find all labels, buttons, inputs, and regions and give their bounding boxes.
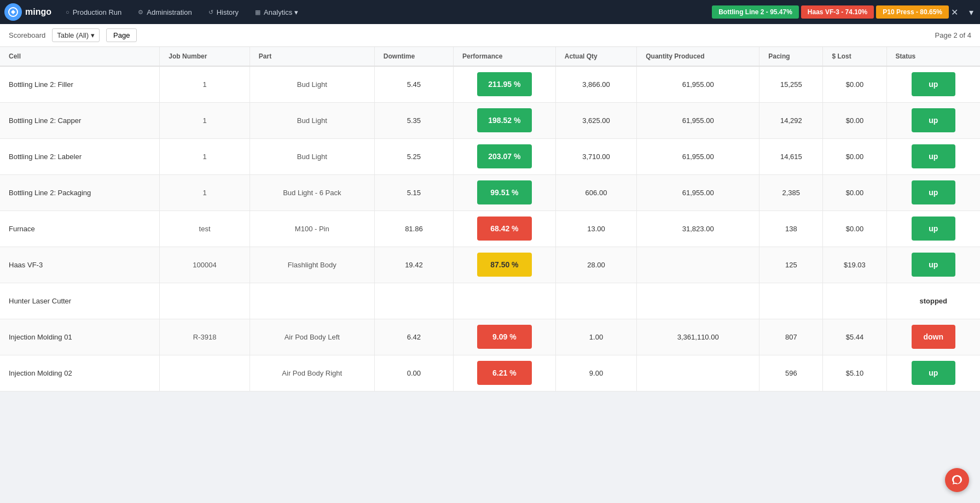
table-row[interactable]: Haas VF-3 100004 Flashlight Body 19.42 8… [0,247,980,283]
administration-icon: ⚙ [138,9,143,16]
cell-job-number: R-3918 [160,319,250,355]
nav-history-label: History [217,8,239,16]
cell-pacing: 15,255 [759,66,823,102]
table-header: Cell Job Number Part Downtime Performanc… [0,47,980,66]
cell-qty-produced [637,247,759,283]
cell-performance: 6.21 % [454,355,556,391]
cell-actual-qty: 9.00 [555,355,636,391]
cell-performance [454,283,556,319]
col-header-part: Part [250,47,374,66]
close-icon[interactable]: ✕ [949,5,960,20]
cell-actual-qty: 3,866.00 [555,66,636,102]
table-row[interactable]: Bottling Line 2: Labeler 1 Bud Light 5.2… [0,138,980,174]
cell-part: Bud Light [250,138,374,174]
nav-administration-label: Administration [147,8,192,16]
table-row[interactable]: Bottling Line 2: Capper 1 Bud Light 5.35… [0,102,980,138]
cell-name: Bottling Line 2: Filler [0,66,160,102]
table-select[interactable]: Table (All) ▾ [52,28,100,42]
col-header-job-number: Job Number [160,47,250,66]
cell-part: M100 - Pin [250,210,374,247]
cell-performance: 99.51 % [454,174,556,210]
cell-dollar-lost: $0.00 [823,138,886,174]
table-row[interactable]: Bottling Line 2: Packaging 1 Bud Light -… [0,174,980,210]
table-row[interactable]: Furnace test M100 - Pin 81.86 68.42 % 13… [0,210,980,247]
haas-vf3-status-pill[interactable]: Haas VF-3 - 74.10% [801,5,874,19]
cell-downtime [374,283,453,319]
cell-part: Bud Light [250,102,374,138]
cell-part: Flashlight Body [250,247,374,283]
scoreboard-table-container: Cell Job Number Part Downtime Performanc… [0,47,980,391]
nav-production-run[interactable]: ○ Production Run [58,5,129,20]
cell-qty-produced: 61,955.00 [637,174,759,210]
cell-part: Bud Light - 6 Pack [250,174,374,210]
cell-name: Bottling Line 2: Capper [0,102,160,138]
cell-downtime: 5.15 [374,174,453,210]
col-header-cell: Cell [0,47,160,66]
page-button[interactable]: Page [106,28,137,42]
bottling-line-status-pill[interactable]: Bottling Line 2 - 95.47% [712,5,799,19]
cell-actual-qty: 3,625.00 [555,102,636,138]
cell-name: Hunter Laser Cutter [0,283,160,319]
cell-status: down [886,319,980,355]
cell-downtime: 19.42 [374,247,453,283]
cell-job-number: 100004 [160,247,250,283]
p10-press-status-pill[interactable]: P10 Press - 80.65% [876,5,949,19]
logo-icon [4,3,22,21]
cell-qty-produced [637,355,759,391]
cell-status: up [886,174,980,210]
nav-history[interactable]: ↺ History [201,5,246,20]
cell-pacing: 125 [759,247,823,283]
cell-pacing: 807 [759,319,823,355]
cell-downtime: 6.42 [374,319,453,355]
cell-job-number: 1 [160,174,250,210]
cell-downtime: 0.00 [374,355,453,391]
cell-qty-produced: 3,361,110.00 [637,319,759,355]
cell-actual-qty: 606.00 [555,174,636,210]
cell-qty-produced: 31,823.00 [637,210,759,247]
app-name: mingo [25,7,51,17]
cell-qty-produced: 61,955.00 [637,66,759,102]
nav-analytics[interactable]: ▦ Analytics ▾ [247,5,306,20]
cell-name: Haas VF-3 [0,247,160,283]
cell-part: Air Pod Body Left [250,319,374,355]
cell-status: up [886,102,980,138]
analytics-icon: ▦ [255,9,260,16]
scoreboard-table: Cell Job Number Part Downtime Performanc… [0,47,980,391]
cell-part: Bud Light [250,66,374,102]
nav-analytics-label: Analytics ▾ [264,8,298,16]
col-header-pacing: Pacing [759,47,823,66]
status-pills-container: Bottling Line 2 - 95.47% Haas VF-3 - 74.… [712,5,949,19]
cell-performance: 87.50 % [454,247,556,283]
cell-job-number: 1 [160,138,250,174]
cell-name: Furnace [0,210,160,247]
cell-part: Air Pod Body Right [250,355,374,391]
col-header-qty-produced: Quantity Produced [637,47,759,66]
table-row[interactable]: Hunter Laser Cutter stopped [0,283,980,319]
cell-dollar-lost [823,283,886,319]
table-row[interactable]: Injection Molding 01 R-3918 Air Pod Body… [0,319,980,355]
col-header-actual-qty: Actual Qty [555,47,636,66]
cell-actual-qty: 13.00 [555,210,636,247]
cell-job-number: 1 [160,66,250,102]
cell-downtime: 81.86 [374,210,453,247]
table-row[interactable]: Bottling Line 2: Filler 1 Bud Light 5.45… [0,66,980,102]
cell-pacing: 2,385 [759,174,823,210]
col-header-dollar-lost: $ Lost [823,47,886,66]
user-menu-icon[interactable]: ▾ [967,5,976,20]
nav-administration[interactable]: ⚙ Administration [130,5,199,20]
nav-production-run-label: Production Run [73,8,122,16]
cell-job-number: test [160,210,250,247]
scoreboard-label: Scoreboard [9,31,45,39]
cell-part [250,283,374,319]
cell-performance: 203.07 % [454,138,556,174]
table-row[interactable]: Injection Molding 02 Air Pod Body Right … [0,355,980,391]
cell-status: up [886,66,980,102]
cell-name: Bottling Line 2: Labeler [0,138,160,174]
cell-actual-qty: 1.00 [555,319,636,355]
app-logo[interactable]: mingo [4,3,51,21]
cell-qty-produced: 61,955.00 [637,102,759,138]
scoreboard-bar: Scoreboard Table (All) ▾ Page Page 2 of … [0,24,980,47]
top-navigation: mingo ○ Production Run ⚙ Administration … [0,0,980,24]
table-select-value: Table (All) [57,31,89,39]
chevron-down-icon: ▾ [91,31,95,39]
